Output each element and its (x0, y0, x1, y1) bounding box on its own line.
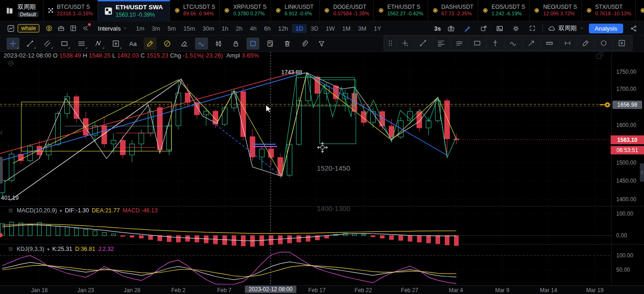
crossdot-tool[interactable] (396, 37, 413, 50)
j-line (2, 252, 456, 284)
time-axis-label: Mar 19 (586, 287, 603, 294)
crosshair-time-badge: 2023-02-12 08:00 (245, 286, 297, 293)
price-axis-label: 1400.00 (616, 196, 636, 203)
ohlc-value: 1515.23 (146, 52, 168, 59)
k-line (2, 262, 456, 280)
ohlc-readout: 2023-02-12 08:00 O 1538.49 H 1548.25 L 1… (4, 52, 259, 59)
vline-tool[interactable] (486, 37, 504, 50)
time-axis-label: Jan 18 (31, 287, 48, 294)
ampl-label: Ampl (226, 52, 240, 59)
ohlc-label: O (53, 52, 57, 59)
dea-line (2, 224, 456, 233)
indicator-value: D:36.81 (75, 246, 95, 252)
time-axis-label: Jan 23 (77, 287, 94, 294)
drag-handle[interactable] (386, 37, 395, 50)
indicator-name: KDJ(9,3,3) (17, 246, 44, 252)
indicator-name: MACD(10,20,9) (17, 207, 57, 214)
blue-trendline-down (305, 73, 447, 155)
ruler-tool[interactable] (541, 37, 558, 50)
white-trendline (10, 79, 182, 200)
price-axis-label: 100.00 (616, 211, 633, 217)
time-axis-label: Feb 7 (217, 287, 232, 294)
indicator-value: MACD:-46.13 (122, 207, 158, 214)
time-axis-label: Mar 14 (540, 287, 557, 294)
ohlc-value: 1492.03 (117, 52, 139, 59)
price-axis-label: 100.00 (616, 252, 633, 259)
left-price-annotation: 401.19 (1, 195, 19, 201)
indicator-value: J:2.32 (98, 246, 114, 252)
ohlc-label: H (83, 52, 87, 59)
brush-tool[interactable] (577, 37, 594, 50)
panel-popout-icon (597, 52, 603, 58)
chg-label: Chg (170, 52, 181, 59)
zone-annotation-2: 1400-1300 (317, 205, 350, 212)
chevron-down-icon: ▾ (47, 247, 50, 252)
channelL-tool[interactable] (450, 37, 467, 50)
kdj-legend[interactable]: KDJ(9,3,3)▾K:25.31D:36.81J:2.32 (7, 246, 114, 252)
indicator-value: K:25.31 (52, 246, 72, 252)
candle-countdown-badge: 06:53:51 (611, 146, 644, 154)
wave-tool[interactable] (505, 37, 522, 50)
ohlc-value: 1538.49 (59, 52, 81, 59)
time-axis-label: Feb 22 (354, 287, 372, 294)
time-axis-label: Mar 4 (449, 287, 463, 294)
ohlc-label: C (140, 52, 145, 59)
alarm-icon (7, 207, 14, 214)
floating-drawing-toolbar[interactable] (384, 35, 632, 51)
collapse-legend-icon[interactable] (7, 60, 14, 67)
left-scrollbar (0, 157, 3, 184)
hrange-tool[interactable] (559, 37, 576, 50)
boxplus-tool[interactable] (613, 37, 630, 50)
time-axis-label: Feb 2 (171, 287, 186, 294)
price-axis-label: 1450.00 (616, 178, 636, 184)
white-zigzag (5, 73, 447, 182)
price-axis-label: 0.00 (616, 232, 627, 239)
alarm-icon (7, 246, 14, 252)
fib-tool[interactable] (432, 37, 449, 50)
ohlc-datetime: 2023-02-12 08:00 (4, 52, 51, 59)
time-axis-label: Feb 17 (308, 287, 325, 294)
time-axis-label: Mar 9 (495, 287, 510, 294)
alert-price-badge: 1656.98 (612, 101, 642, 109)
macd-legend[interactable]: MACD(10,20,9)▾DIF:-1.30DEA:21.77MACD:-46… (7, 207, 158, 214)
rect-tool[interactable] (468, 37, 486, 50)
price-axis-label: 1500.00 (616, 160, 636, 166)
indicator-value: DEA:21.77 (92, 207, 120, 214)
last-price-badge: 1563.10 (611, 135, 644, 144)
zone-annotation-1: 1520-1450 (317, 164, 350, 172)
kdj-panel (2, 252, 456, 284)
time-axis-label: Jan 28 (124, 287, 140, 294)
chevron-down-icon: ▾ (60, 208, 62, 213)
axis-collapse-tab (640, 163, 644, 182)
arrowline-tool[interactable] (523, 37, 540, 50)
ohlc-value: 1548.25 (89, 52, 111, 59)
macd-panel (0, 222, 459, 247)
price-axis-label: 1700.00 (616, 86, 636, 92)
price-axis-label: 50.00 (616, 267, 630, 273)
trading-terminal: { "colors":{"up":"#2ebd85","down":"#d639… (0, 0, 644, 294)
indicator-value: DIF:-1.30 (65, 207, 89, 214)
price-axis-label: 1750.00 (616, 69, 636, 75)
time-axis-label: Feb 27 (401, 287, 418, 294)
peak-price-annotation: 1743.88 → (281, 69, 309, 76)
price-alert-flag-icon (600, 102, 610, 108)
line-tool[interactable] (414, 37, 431, 50)
price-axis-label: 1600.00 (616, 122, 636, 128)
left-chevron-icon (0, 131, 2, 134)
ohlc-label: L (112, 52, 115, 59)
circleicon-tool[interactable] (595, 37, 612, 50)
